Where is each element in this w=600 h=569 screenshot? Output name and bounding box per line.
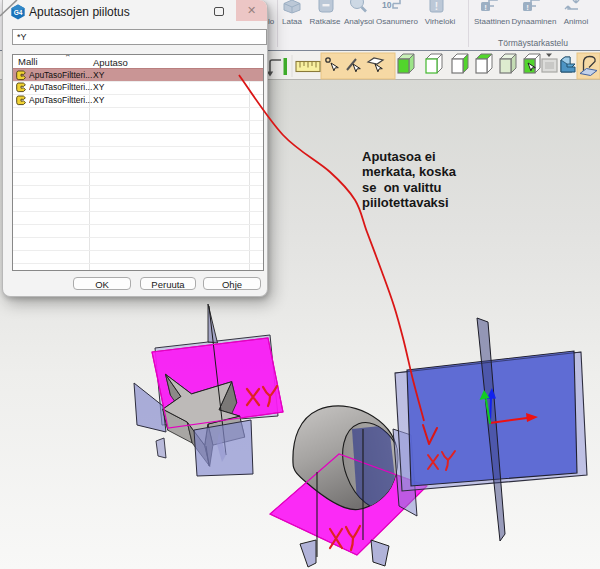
svg-text:!: ! [435,1,438,12]
svg-text:!: ! [484,3,487,12]
svg-text:!: ! [526,3,529,12]
svg-text:10: 10 [382,0,392,10]
